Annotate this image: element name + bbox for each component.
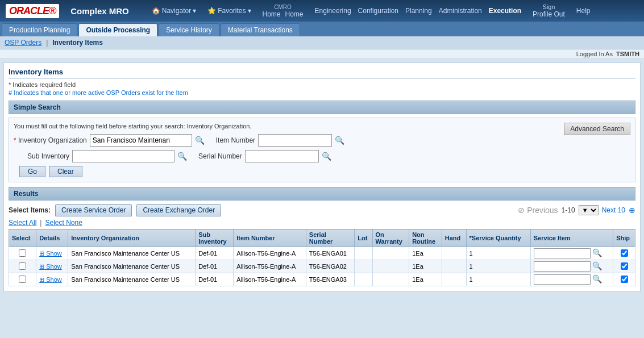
nav-planning[interactable]: Planning [405,7,432,15]
col-hand: Hand [442,229,466,247]
nav-links: 🏠 Navigator ▾ ⭐ Favorites ▾ [152,7,251,15]
header-bar: ORACLE® Complex MRO 🏠 Navigator ▾ ⭐ Favo… [0,0,644,22]
nav-configuration[interactable]: Configuration [358,7,398,15]
breadcrumb: OSP Orders | Inventory Items [0,36,644,49]
results-toolbar: Select Items: Create Service Order Creat… [9,204,635,216]
service-item-search-icon[interactable]: 🔍 [592,248,602,257]
col-details: Details [36,229,68,247]
next-button[interactable]: Next 10 [602,206,625,214]
help-link[interactable]: Help [576,7,591,15]
row-service-quantity: 1 [466,260,530,273]
sub-inventory-input[interactable] [72,150,174,162]
select-all-link[interactable]: Select All [9,219,36,227]
app-title: Complex MRO [70,6,129,16]
search-fields: * Inventory Organization 🔍 Item Number 🔍 [14,134,630,147]
row-details-cell: ⊞ Show [36,247,68,260]
favorites-link[interactable]: ⭐ Favorites ▾ [207,7,251,15]
col-on-warranty: OnWarranty [372,229,409,247]
home-link[interactable]: Home [263,10,281,18]
col-service-quantity: *Service Quantity [466,229,530,247]
row-details-cell: ⊞ Show [36,260,68,273]
serial-number-input[interactable] [245,150,319,162]
next-icon: ⊕ [629,206,635,215]
pagination: ⊘ Previous 1-10 ▼ Next 10 ⊕ [518,205,635,215]
logged-in-bar: Logged In As TSMITH [0,49,644,59]
osp-note: # Indicates that one or more active OSP … [9,89,635,96]
row-service-item-cell: 🔍 [530,247,613,260]
table-row: ⊞ Show San Francisco Maintenance Center … [9,247,635,260]
col-serial-number: SerialNumber [306,229,354,247]
row-inventory-org: San Francisco Maintenance Center US [68,260,196,273]
item-number-input[interactable] [258,134,332,147]
tab-service-history[interactable]: Service History [159,23,219,36]
inventory-org-group: * Inventory Organization 🔍 [14,134,205,147]
service-item-input[interactable] [534,274,591,285]
tab-material-transactions[interactable]: Material Transactions [221,23,300,36]
select-none-link[interactable]: Select None [45,219,82,227]
advanced-search-button[interactable]: Advanced Search [564,123,630,135]
row-select-checkbox[interactable] [19,249,26,257]
home2-link[interactable]: Home [285,10,304,18]
serial-number-search-icon[interactable]: 🔍 [322,152,331,161]
tab-outside-processing[interactable]: Outside Processing [78,23,157,36]
service-item-search-icon[interactable]: 🔍 [592,261,602,270]
row-on-warranty [372,260,409,273]
row-serial-number: T56-ENGA02 [306,260,354,273]
show-link[interactable]: ⊞ Show [39,263,62,270]
service-item-input[interactable] [534,248,591,258]
go-button[interactable]: Go [19,166,45,177]
profile-out-link[interactable]: Profile Out [533,10,565,18]
item-number-group: Item Number 🔍 [216,134,344,147]
nav-engineering[interactable]: Engineering [315,7,351,15]
search-actions: Go Clear [19,166,630,177]
create-service-order-button[interactable]: Create Service Order [55,204,132,216]
col-lot: Lot [355,229,372,247]
row-select-checkbox[interactable] [19,262,26,270]
row-hand [442,247,466,260]
row-ship-cell [613,273,635,286]
table-row: ⊞ Show San Francisco Maintenance Center … [9,273,635,286]
navigator-link[interactable]: 🏠 Navigator ▾ [152,7,196,15]
row-sub-inventory: Def-01 [196,247,234,260]
sub-inventory-label: Sub Inventory [27,152,69,160]
inventory-org-input[interactable] [90,134,192,147]
nav-administration[interactable]: Administration [439,7,482,15]
service-item-search-icon[interactable]: 🔍 [592,274,602,283]
ship-checkbox[interactable] [621,249,628,257]
select-links: Select All | Select None [9,219,635,227]
plus-icon: ⊞ [39,263,44,270]
top-nav: Engineering Configuration Planning Admin… [315,7,522,15]
clear-button[interactable]: Clear [49,166,82,177]
nav-execution[interactable]: Execution [489,7,521,15]
page-range: 1-10 [562,206,575,214]
ship-checkbox[interactable] [621,262,628,270]
item-number-search-icon[interactable]: 🔍 [335,136,344,145]
serial-number-label: Serial Number [198,152,242,160]
col-non-routine: NonRoutine [409,229,442,247]
row-serial-number: T56-ENGA03 [306,273,354,286]
sign-profile: Sign Profile Out [533,3,565,18]
row-ship-cell [613,247,635,260]
sub-inventory-search-icon[interactable]: 🔍 [177,152,187,161]
page-title: Inventory Items [9,68,635,79]
page-select[interactable]: ▼ [579,205,599,215]
service-item-input[interactable] [534,261,591,272]
row-sub-inventory: Def-01 [196,260,234,273]
row-inventory-org: San Francisco Maintenance Center US [68,273,196,286]
logged-in-user: TSMITH [616,51,639,57]
row-select-cell [9,247,36,260]
results-header: Results [9,187,635,201]
serial-number-group: Serial Number 🔍 [198,150,331,162]
create-exchange-order-button[interactable]: Create Exchange Order [136,204,221,216]
row-select-checkbox[interactable] [19,276,26,283]
show-link[interactable]: ⊞ Show [39,276,62,283]
breadcrumb-osp-orders[interactable]: OSP Orders [5,39,41,47]
show-link[interactable]: ⊞ Show [39,250,62,257]
col-service-item: Service Item [530,229,613,247]
row-service-quantity: 1 [466,247,530,260]
tab-production-planning[interactable]: Production Planning [2,23,77,36]
row-service-item-cell: 🔍 [530,273,613,286]
ship-checkbox[interactable] [621,276,628,283]
inventory-org-search-icon[interactable]: 🔍 [195,136,205,145]
row-lot [355,247,372,260]
